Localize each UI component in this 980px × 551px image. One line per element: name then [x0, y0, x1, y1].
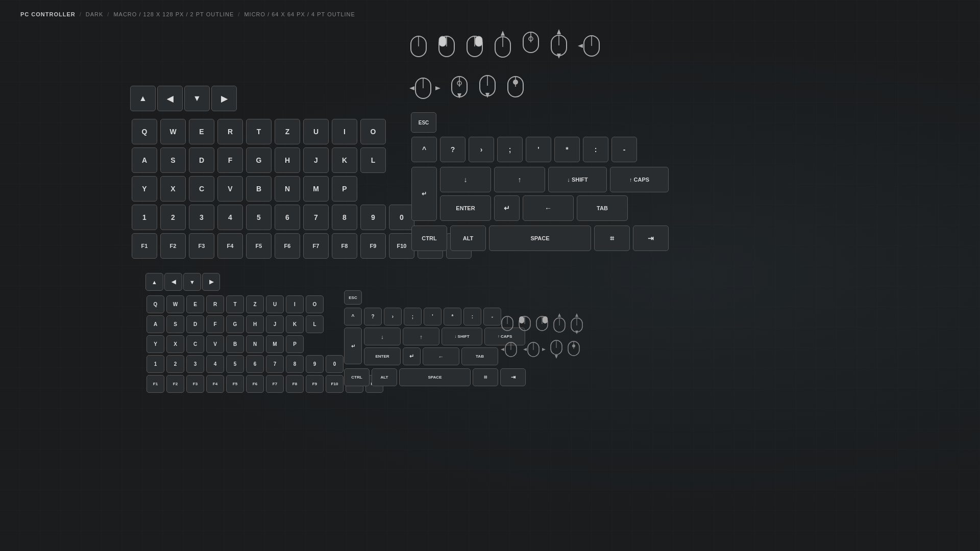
key-h-sm[interactable]: H — [246, 315, 264, 333]
key-w[interactable]: W — [160, 119, 186, 144]
key-v[interactable]: V — [217, 176, 243, 202]
nav-up-large[interactable]: ▲ — [130, 86, 156, 111]
key-tabicon-large[interactable]: ⇥ — [633, 226, 669, 251]
key-colon-sm[interactable]: : — [463, 308, 481, 325]
key-f10-sm[interactable]: F10 — [326, 375, 344, 393]
key-f7-sm[interactable]: F7 — [266, 375, 284, 393]
key-f2[interactable]: F2 — [160, 233, 186, 259]
key-1-sm[interactable]: 1 — [146, 355, 164, 373]
key-p[interactable]: P — [332, 176, 357, 202]
key-b-sm[interactable]: B — [226, 335, 244, 353]
key-7[interactable]: 7 — [303, 205, 329, 230]
key-q[interactable]: Q — [132, 119, 157, 144]
nav-down-large[interactable]: ▼ — [184, 86, 210, 111]
key-t-sm[interactable]: T — [226, 295, 244, 313]
key-s-sm[interactable]: S — [166, 315, 184, 333]
key-f1[interactable]: F1 — [132, 233, 157, 259]
key-5-sm[interactable]: 5 — [226, 355, 244, 373]
key-y-sm[interactable]: Y — [146, 335, 164, 353]
key-backspace-large[interactable]: ← — [523, 195, 574, 221]
key-alt-small[interactable]: ALT — [372, 368, 397, 386]
key-w-sm[interactable]: W — [166, 295, 184, 313]
key-colon[interactable]: : — [583, 137, 608, 162]
key-c-sm[interactable]: C — [186, 335, 204, 353]
key-question-sm[interactable]: ? — [364, 308, 382, 325]
key-x-sm[interactable]: X — [166, 335, 184, 353]
key-f8-sm[interactable]: F8 — [286, 375, 304, 393]
key-a-sm[interactable]: A — [146, 315, 164, 333]
key-n[interactable]: N — [275, 176, 300, 202]
key-f5[interactable]: F5 — [246, 233, 272, 259]
key-arrow-up-sm[interactable]: ↑ — [403, 328, 439, 345]
key-4[interactable]: 4 — [217, 205, 243, 230]
nav-up-small[interactable]: ▲ — [145, 273, 163, 291]
key-f6-sm[interactable]: F6 — [246, 375, 264, 393]
nav-down-small[interactable]: ▼ — [183, 273, 201, 291]
key-n-sm[interactable]: N — [246, 335, 264, 353]
key-tabicon-small[interactable]: ⇥ — [500, 368, 526, 386]
key-9[interactable]: 9 — [360, 205, 386, 230]
key-u[interactable]: U — [303, 119, 329, 144]
key-i[interactable]: I — [332, 119, 357, 144]
key-apostrophe-sm[interactable]: ' — [424, 308, 442, 325]
key-f1-sm[interactable]: F1 — [146, 375, 164, 393]
key-d-sm[interactable]: D — [186, 315, 204, 333]
key-semicolon[interactable]: ; — [497, 137, 523, 162]
key-semicolon-sm[interactable]: ; — [404, 308, 422, 325]
key-6[interactable]: 6 — [275, 205, 300, 230]
key-l[interactable]: L — [360, 147, 386, 173]
key-y[interactable]: Y — [132, 176, 157, 202]
key-return-small[interactable]: ↵ — [403, 347, 421, 365]
key-1[interactable]: 1 — [132, 205, 157, 230]
key-5[interactable]: 5 — [246, 205, 272, 230]
key-c[interactable]: C — [189, 176, 214, 202]
key-b[interactable]: B — [246, 176, 272, 202]
key-f7[interactable]: F7 — [303, 233, 329, 259]
key-m-sm[interactable]: M — [266, 335, 284, 353]
key-gt[interactable]: › — [469, 137, 494, 162]
key-arrow-up[interactable]: ↑ — [494, 167, 545, 192]
key-shift-small[interactable]: ↓ SHIFT — [442, 328, 482, 345]
key-r-sm[interactable]: R — [206, 295, 224, 313]
key-8[interactable]: 8 — [332, 205, 357, 230]
key-p-sm[interactable]: P — [286, 335, 304, 353]
key-question[interactable]: ? — [440, 137, 465, 162]
key-enter-small[interactable]: ENTER — [364, 347, 401, 365]
key-z[interactable]: Z — [275, 119, 300, 144]
key-caps-large[interactable]: ↑ CAPS — [610, 167, 669, 192]
key-apostrophe[interactable]: ' — [526, 137, 551, 162]
key-asterisk[interactable]: * — [554, 137, 580, 162]
nav-arrows-large[interactable]: ▲ ◀ ▼ ▶ — [130, 86, 237, 111]
key-8-sm[interactable]: 8 — [286, 355, 304, 373]
key-f3[interactable]: F3 — [189, 233, 214, 259]
key-2-sm[interactable]: 2 — [166, 355, 184, 373]
key-k[interactable]: K — [332, 147, 357, 173]
key-3-sm[interactable]: 3 — [186, 355, 204, 373]
nav-arrows-small[interactable]: ▲ ◀ ▼ ▶ — [145, 273, 220, 291]
nav-left-large[interactable]: ◀ — [157, 86, 183, 111]
key-r[interactable]: R — [217, 119, 243, 144]
key-l-sm[interactable]: L — [306, 315, 324, 333]
key-k-sm[interactable]: K — [286, 315, 304, 333]
nav-left-small[interactable]: ◀ — [164, 273, 182, 291]
key-enter-tall-small[interactable]: ↵ — [344, 328, 362, 364]
key-esc-small[interactable]: ESC — [344, 290, 362, 305]
key-9-sm[interactable]: 9 — [306, 355, 324, 373]
key-s[interactable]: S — [160, 147, 186, 173]
key-q-sm[interactable]: Q — [146, 295, 164, 313]
key-g-sm[interactable]: G — [226, 315, 244, 333]
key-z-sm[interactable]: Z — [246, 295, 264, 313]
key-shift-large[interactable]: ↓ SHIFT — [548, 167, 607, 192]
key-tab-large[interactable]: TAB — [577, 195, 628, 221]
key-space-large[interactable]: SPACE — [489, 226, 591, 251]
key-f5-sm[interactable]: F5 — [226, 375, 244, 393]
key-j[interactable]: J — [303, 147, 329, 173]
key-f3-sm[interactable]: F3 — [186, 375, 204, 393]
key-gt-sm[interactable]: › — [384, 308, 402, 325]
key-g[interactable]: G — [246, 147, 272, 173]
key-m[interactable]: M — [303, 176, 329, 202]
key-f8[interactable]: F8 — [332, 233, 357, 259]
key-ctrl-large[interactable]: CTRL — [411, 226, 447, 251]
key-caret[interactable]: ^ — [411, 137, 437, 162]
key-underscore-large[interactable]: ⌗ — [594, 226, 630, 251]
